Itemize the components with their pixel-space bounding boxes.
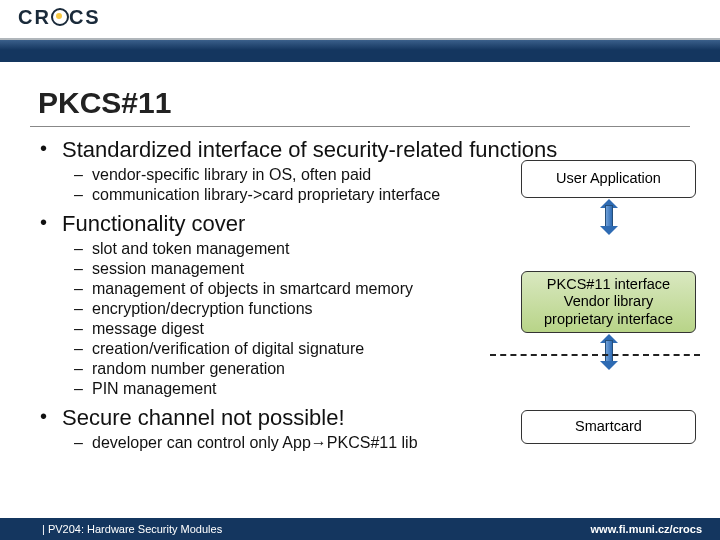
- title-divider: [30, 126, 690, 127]
- box-line: proprietary interface: [528, 311, 689, 328]
- slide-content: PKCS#11 Standardized interface of securi…: [0, 74, 720, 518]
- bullet-text: Secure channel not possible!: [62, 405, 345, 430]
- diagram-box-pkcs11: PKCS#11 interface Vendor library proprie…: [521, 271, 696, 333]
- box-label: User Application: [556, 170, 661, 187]
- double-arrow-icon: [600, 336, 618, 368]
- header-band: CRCS: [0, 0, 720, 38]
- diagram-column: User Application PKCS#11 interface Vendo…: [521, 160, 696, 444]
- bullet-text: Functionality cover: [62, 211, 245, 236]
- diagram-box-smartcard: Smartcard: [521, 410, 696, 444]
- footer-bar: | PV204: Hardware Security Modules www.f…: [0, 518, 720, 540]
- diagram-box-user-app: User Application: [521, 160, 696, 198]
- box-label: Smartcard: [575, 418, 642, 435]
- double-arrow-icon: [600, 201, 618, 233]
- logo-o-icon: [51, 8, 69, 26]
- bullet-text: Standardized interface of security-relat…: [62, 137, 557, 162]
- logo-text-pre: CR: [18, 6, 51, 28]
- box-line: Vendor library: [528, 293, 689, 310]
- dashed-separator-icon: [490, 354, 700, 356]
- crocs-logo: CRCS: [18, 6, 101, 29]
- slide-title: PKCS#11: [38, 86, 690, 120]
- footer-right-url: www.fi.muni.cz/crocs: [591, 523, 720, 535]
- box-line: PKCS#11 interface: [528, 276, 689, 293]
- logo-text-post: CS: [69, 6, 101, 28]
- header-blue-bar: [0, 38, 720, 62]
- footer-left-text: | PV204: Hardware Security Modules: [0, 523, 222, 535]
